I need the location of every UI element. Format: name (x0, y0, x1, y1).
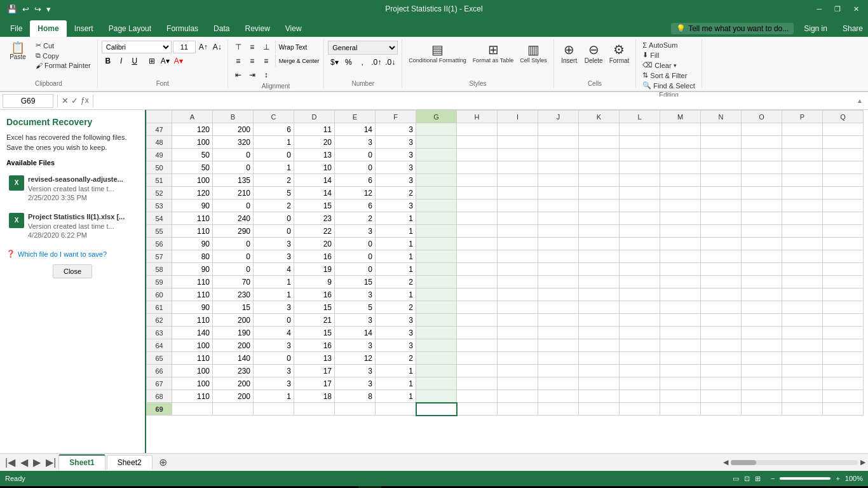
cell-L58[interactable] (620, 263, 660, 276)
cell-H54[interactable] (457, 212, 498, 225)
normal-view-icon[interactable]: ▭ (733, 475, 739, 483)
cell-O66[interactable] (742, 365, 782, 377)
cell-L51[interactable] (620, 174, 660, 187)
sheet-tab-sheet1[interactable]: Sheet1 (58, 454, 105, 470)
cell-L64[interactable] (620, 339, 660, 352)
cell-P54[interactable] (782, 212, 823, 225)
cell-O63[interactable] (742, 327, 782, 339)
cell-H55[interactable] (457, 225, 498, 238)
font-name-select[interactable]: Calibri (102, 41, 172, 53)
cell-K65[interactable] (579, 352, 620, 365)
tab-page-layout[interactable]: Page Layout (101, 20, 159, 37)
cell-G59[interactable] (416, 276, 457, 288)
cell-M61[interactable] (660, 301, 701, 314)
cell-G63[interactable] (416, 327, 457, 339)
cell-A50[interactable]: 50 (172, 161, 213, 174)
cell-H68[interactable] (457, 390, 498, 403)
col-header-F[interactable]: F (376, 111, 416, 123)
cell-M49[interactable] (660, 149, 701, 161)
cell-E47[interactable]: 14 (335, 123, 376, 136)
cell-D51[interactable]: 14 (294, 174, 335, 187)
minimize-button[interactable]: ─ (813, 4, 825, 14)
recovery-help-link[interactable]: ❓ Which file do I want to save? (6, 250, 139, 258)
cell-D62[interactable]: 21 (294, 314, 335, 327)
cell-G55[interactable] (416, 225, 457, 238)
cell-K63[interactable] (579, 327, 620, 339)
number-format-select[interactable]: General (328, 41, 398, 55)
cell-C48[interactable]: 1 (254, 136, 294, 149)
cell-F63[interactable]: 3 (376, 327, 416, 339)
cell-M57[interactable] (660, 250, 701, 263)
cell-L48[interactable] (620, 136, 660, 149)
cell-M52[interactable] (660, 187, 701, 200)
row-number-61[interactable]: 61 (147, 301, 172, 314)
cell-A61[interactable]: 90 (172, 301, 213, 314)
text-direction-button[interactable]: ↕ (260, 69, 273, 81)
cell-I64[interactable] (498, 339, 538, 352)
cell-P53[interactable] (782, 200, 823, 212)
cell-K51[interactable] (579, 174, 620, 187)
zoom-slider[interactable] (780, 477, 831, 480)
cell-M60[interactable] (660, 288, 701, 301)
cell-F56[interactable]: 1 (376, 238, 416, 250)
row-number-62[interactable]: 62 (147, 314, 172, 327)
recovery-file-1[interactable]: X revised-seasonally-adjuste... Version … (6, 172, 139, 207)
cell-K47[interactable] (579, 123, 620, 136)
cell-G53[interactable] (416, 200, 457, 212)
cell-J47[interactable] (538, 123, 579, 136)
cell-H64[interactable] (457, 339, 498, 352)
cell-P50[interactable] (782, 161, 823, 174)
cell-B68[interactable]: 200 (213, 390, 254, 403)
cell-O49[interactable] (742, 149, 782, 161)
cell-D68[interactable]: 18 (294, 390, 335, 403)
cell-C56[interactable]: 3 (254, 238, 294, 250)
cell-D60[interactable]: 16 (294, 288, 335, 301)
cell-B66[interactable]: 230 (213, 365, 254, 377)
accounting-format-button[interactable]: $▾ (328, 56, 341, 69)
cell-P62[interactable] (782, 314, 823, 327)
row-number-69[interactable]: 69 (147, 403, 172, 416)
zoom-out-button[interactable]: − (771, 475, 775, 482)
cell-B55[interactable]: 290 (213, 225, 254, 238)
cell-C51[interactable]: 2 (254, 174, 294, 187)
cell-K57[interactable] (579, 250, 620, 263)
row-number-51[interactable]: 51 (147, 174, 172, 187)
col-header-E[interactable]: E (335, 111, 376, 123)
cell-I69[interactable] (498, 403, 538, 416)
cell-A53[interactable]: 90 (172, 200, 213, 212)
cell-A66[interactable]: 100 (172, 365, 213, 377)
cell-I52[interactable] (498, 187, 538, 200)
cell-O65[interactable] (742, 352, 782, 365)
cell-J48[interactable] (538, 136, 579, 149)
cell-J57[interactable] (538, 250, 579, 263)
cell-G57[interactable] (416, 250, 457, 263)
cell-M50[interactable] (660, 161, 701, 174)
cell-Q68[interactable] (823, 390, 864, 403)
sheet-tab-sheet2[interactable]: Sheet2 (107, 455, 153, 470)
cell-I67[interactable] (498, 377, 538, 390)
cell-L56[interactable] (620, 238, 660, 250)
col-header-C[interactable]: C (254, 111, 294, 123)
cell-Q48[interactable] (823, 136, 864, 149)
cell-F53[interactable]: 3 (376, 200, 416, 212)
restore-button[interactable]: ❐ (831, 4, 844, 15)
cell-G61[interactable] (416, 301, 457, 314)
cell-A62[interactable]: 110 (172, 314, 213, 327)
cell-O57[interactable] (742, 250, 782, 263)
sheet-nav-next[interactable]: ▶ (31, 456, 43, 468)
cell-C63[interactable]: 4 (254, 327, 294, 339)
cell-F62[interactable]: 3 (376, 314, 416, 327)
cell-H47[interactable] (457, 123, 498, 136)
cell-P64[interactable] (782, 339, 823, 352)
cell-Q59[interactable] (823, 276, 864, 288)
cell-M55[interactable] (660, 225, 701, 238)
cell-O56[interactable] (742, 238, 782, 250)
cell-N56[interactable] (701, 238, 742, 250)
cell-E66[interactable]: 3 (335, 365, 376, 377)
cell-O69[interactable] (742, 403, 782, 416)
wrap-text-button[interactable]: Wrap Text (278, 41, 308, 53)
cell-E58[interactable]: 0 (335, 263, 376, 276)
cell-B47[interactable]: 200 (213, 123, 254, 136)
cell-L66[interactable] (620, 365, 660, 377)
cell-M67[interactable] (660, 377, 701, 390)
